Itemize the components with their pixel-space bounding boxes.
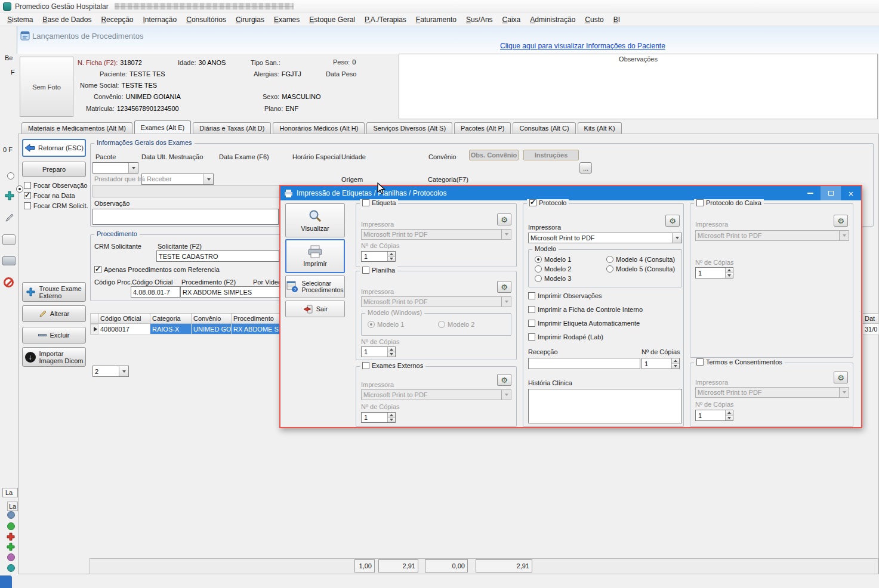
protocolo-modelo5-radio[interactable]: Modelo 5 (Consulta)	[606, 265, 675, 273]
termos-copias-spinner[interactable]: 1	[695, 410, 733, 421]
tab-kits[interactable]: Kits (Alt K)	[578, 122, 622, 134]
codigo-oficial-input[interactable]: 4.08.08.01-7	[131, 286, 180, 298]
left-fragment-radio-1[interactable]	[7, 172, 14, 180]
planilha-copias-spinner[interactable]: 1	[361, 346, 396, 357]
tab-exames[interactable]: Exames (Alt E)	[134, 120, 191, 134]
focar-na-data-checkbox[interactable]: Focar na Data	[24, 192, 75, 199]
observacao-input[interactable]	[92, 209, 279, 225]
menu-item-consultorios[interactable]: Consultórios	[181, 14, 231, 26]
close-button[interactable]: ×	[841, 186, 861, 200]
green-plus-icon[interactable]	[7, 543, 15, 551]
menu-item-pa-terapias[interactable]: P.A./Terapias	[360, 14, 411, 26]
excluir-button[interactable]: Excluir	[22, 327, 86, 343]
selecionar-procedimentos-button[interactable]: ? SelecionarProcedimentos	[285, 276, 345, 298]
table-header-convenio[interactable]: Convênio	[192, 313, 232, 324]
menu-item-faturamento[interactable]: Faturamento	[411, 14, 461, 26]
menu-item-exames[interactable]: Exames	[269, 14, 304, 26]
table-cell-codigo[interactable]: 40808017	[98, 324, 150, 335]
convenio-browse-button[interactable]: ...	[579, 162, 592, 174]
table-header-data[interactable]: Dat	[863, 313, 879, 324]
purple-dot-icon[interactable]	[7, 553, 15, 561]
pacote-select[interactable]	[92, 162, 138, 174]
planilha-modelo2-radio[interactable]: Modelo 2	[438, 321, 474, 328]
protocolo-impressora-select[interactable]: Microsoft Print to PDF	[528, 233, 682, 243]
table-cell-convenio[interactable]: UNIMED GOI	[192, 324, 232, 335]
retornar-button[interactable]: Retornar (ESC)	[22, 139, 86, 157]
menu-item-custo[interactable]: Custo	[580, 14, 608, 26]
minimize-button[interactable]	[800, 186, 821, 200]
menu-item-sistema[interactable]: Sistema	[2, 14, 38, 26]
alterar-button[interactable]: Alterar	[22, 305, 86, 322]
tab-honorarios-medicos[interactable]: Honorários Médicos (Alt H)	[273, 122, 365, 134]
spinner-arrows[interactable]	[725, 268, 733, 278]
apenas-referencia-checkbox[interactable]: Apenas Procedimentos com Referencia	[94, 266, 220, 273]
protocolo-caixa-copias-spinner[interactable]: 1	[695, 267, 733, 278]
instrucoes-button[interactable]: Instruções	[523, 150, 579, 160]
obs-convenio-button[interactable]: Obs. Convênio	[469, 150, 519, 160]
focar-crm-checkbox[interactable]: Focar CRM Solicit.	[24, 202, 88, 209]
spinner-arrows[interactable]	[387, 413, 395, 422]
menu-item-sus-ans[interactable]: Sus/Ans	[461, 14, 498, 26]
patient-info-link[interactable]: Clique aqui para visualizar Informações …	[500, 42, 665, 50]
trouxe-exame-externo-button[interactable]: Trouxe ExameExterno	[22, 282, 86, 302]
procedimento-input[interactable]: RX ABDOME SIMPLES	[180, 286, 280, 298]
protocolo-modelo3-radio[interactable]: Modelo 3	[535, 275, 571, 282]
printer-fragment-icon[interactable]	[2, 256, 16, 265]
imprimir-ficha-checkbox[interactable]: Imprimir a Ficha de Controle Interno	[528, 306, 643, 313]
planilha-printer-settings-button[interactable]: ⚙	[497, 281, 511, 293]
green-dot-icon[interactable]	[7, 522, 15, 530]
tab-materiais-medicamentos[interactable]: Materiais e Medicamentos (Alt M)	[21, 122, 132, 134]
tab-diarias-taxas[interactable]: Diárias e Taxas (Alt D)	[193, 122, 271, 134]
menu-item-cirurgias[interactable]: Cirurgias	[231, 14, 269, 26]
visualizar-button[interactable]: Visualizar	[285, 203, 345, 237]
spinner-arrows[interactable]	[671, 358, 679, 369]
tab-pacotes[interactable]: Pacotes (Alt P)	[454, 122, 511, 134]
plus-icon[interactable]	[5, 191, 14, 200]
sair-button[interactable]: Sair	[285, 301, 345, 317]
left-fragment-radio-2[interactable]	[16, 185, 23, 193]
maximize-button[interactable]	[821, 186, 841, 200]
red-cross-icon[interactable]	[7, 533, 15, 541]
menu-item-recepcao[interactable]: Recepção	[96, 14, 138, 26]
exames-externos-copias-spinner[interactable]: 1	[361, 412, 396, 423]
codigo-proc-select[interactable]: 2	[92, 366, 129, 377]
tab-consultas[interactable]: Consultas (Alt C)	[513, 122, 575, 134]
protocolo-modelo4-radio[interactable]: Modelo 4 (Consulta)	[606, 256, 675, 263]
spinner-arrows[interactable]	[725, 410, 733, 420]
solicitante-input[interactable]: TESTE CADASTRO	[156, 250, 279, 262]
table-cell-data[interactable]: 31/0	[863, 324, 879, 335]
protocolo-caixa-checkbox[interactable]	[696, 199, 704, 206]
etiqueta-checkbox[interactable]	[362, 199, 369, 206]
teal-dot-icon[interactable]	[7, 564, 15, 572]
termos-printer-settings-button[interactable]: ⚙	[834, 372, 848, 383]
menu-item-administracao[interactable]: Administração	[525, 14, 580, 26]
menu-item-bi[interactable]: BI	[609, 14, 625, 26]
preparo-button[interactable]: Preparo	[22, 162, 86, 177]
spinner-arrows[interactable]	[387, 252, 395, 261]
etiqueta-copias-spinner[interactable]: 1	[361, 251, 396, 262]
menu-item-internacao[interactable]: Internação	[138, 14, 181, 26]
blue-app-fragment-icon[interactable]	[0, 575, 12, 588]
tab-servicos-diversos[interactable]: Serviços Diversos (Alt S)	[366, 122, 452, 134]
imprimir-etiqueta-auto-checkbox[interactable]: Imprimir Etiqueta Automaticamente	[528, 320, 640, 327]
table-header-codigo[interactable]: Código Oficial	[98, 313, 150, 324]
planilha-modelo1-radio[interactable]: Modelo 1	[368, 321, 404, 328]
protocolo-modelo2-radio[interactable]: Modelo 2	[535, 265, 571, 273]
historia-clinica-textarea[interactable]	[528, 389, 682, 423]
recepcao-input[interactable]	[528, 358, 640, 369]
protocolo-copias-spinner[interactable]: 1	[641, 358, 680, 369]
table-header-categoria[interactable]: Categoria	[150, 313, 192, 324]
person-icon[interactable]	[7, 511, 15, 519]
left-fragment-button[interactable]	[2, 234, 16, 245]
pencil-icon[interactable]	[5, 213, 14, 222]
imprimir-observacoes-checkbox[interactable]: Imprimir Observações	[528, 292, 602, 299]
protocolo-checkbox[interactable]	[529, 199, 536, 206]
menu-item-base-de-dados[interactable]: Base de Dados	[38, 14, 96, 26]
imprimir-button[interactable]: Imprimir	[285, 239, 345, 273]
termos-checkbox[interactable]	[696, 358, 704, 366]
table-cell-categoria[interactable]: RAIOS-X	[150, 324, 192, 335]
etiqueta-printer-settings-button[interactable]: ⚙	[497, 213, 511, 225]
protocolo-printer-settings-button[interactable]: ⚙	[665, 215, 680, 227]
planilha-checkbox[interactable]	[362, 267, 369, 274]
protocolo-caixa-printer-settings-button[interactable]: ⚙	[834, 215, 848, 227]
